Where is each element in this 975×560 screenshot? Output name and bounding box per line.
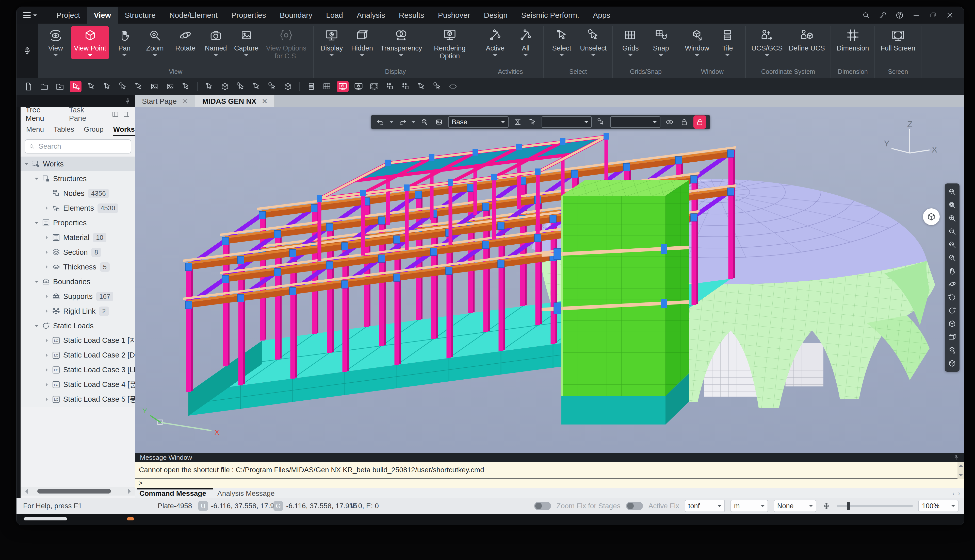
pick-select-button[interactable] [527,117,538,128]
query-element-button[interactable] [431,81,443,92]
close-tab-icon[interactable]: ✕ [182,97,188,105]
new-model-button[interactable] [23,81,34,92]
tree-item-section[interactable]: Section8 [20,245,135,260]
close-button[interactable] [943,8,957,22]
tree-item-nodes[interactable]: Nodes4356 [20,186,135,201]
tree-item-properties[interactable]: Properties [20,215,135,230]
select-plane-button[interactable] [180,81,192,92]
ribbon-capture-button[interactable]: Capture [231,26,262,59]
display-option-button[interactable] [337,81,349,92]
menu-view[interactable]: View [87,7,118,23]
unselect-cut-button[interactable] [235,81,247,92]
select-filter-dropdown[interactable] [542,116,592,128]
chevron-down-icon[interactable] [214,54,218,58]
redo-dropdown-icon[interactable] [412,121,415,125]
menu-results[interactable]: Results [392,7,431,23]
window-zoom-button[interactable] [306,81,317,92]
tree-expander-icon[interactable] [33,323,40,329]
scroll-right-icon[interactable] [128,489,133,494]
view-perspective-box-button[interactable] [946,358,958,369]
log-scrollbar[interactable] [957,462,964,479]
license-key-button[interactable] [876,8,890,22]
pin-icon[interactable] [124,98,131,105]
unselect-filter-dropdown[interactable] [610,116,660,128]
tree-expander-icon[interactable] [33,278,40,285]
tree-item-static-load-case-5[interactable]: LCStatic Load Case 5 [풍하중Y ; de [20,392,135,407]
rotate-left-button[interactable] [946,292,958,303]
ribbon-named-button[interactable]: Named [200,26,231,59]
stage-dropdown[interactable]: None [774,500,816,512]
display-all-button[interactable] [369,81,380,92]
chevron-down-icon[interactable] [628,54,633,58]
message-log[interactable]: Cannot open the shortcut file : C:/Progr… [135,462,964,478]
tree-expander-icon[interactable] [43,294,50,298]
panel-tab-task-pane[interactable]: Task Pane [69,107,102,123]
pin-icon[interactable] [953,454,960,461]
select-intersect-button[interactable] [133,81,144,92]
fast-query-button[interactable] [447,81,459,92]
select-prev-button[interactable] [250,81,262,92]
zoom-dynamic-button[interactable] [946,239,958,250]
search-input[interactable] [38,142,127,151]
tree-expander-icon[interactable] [43,206,50,210]
zoom-level-dropdown[interactable]: 100% [918,500,958,512]
chevron-down-icon[interactable] [360,54,364,58]
tree-expander-icon[interactable] [43,338,50,343]
open-recent-button[interactable] [54,81,66,92]
query-node-button[interactable] [416,81,427,92]
select-identity-button[interactable] [70,81,82,92]
view-link-button[interactable] [664,117,675,128]
menu-project[interactable]: Project [50,7,87,23]
named-view-button[interactable] [433,117,444,128]
tree-item-static-load-case-4[interactable]: LCStatic Load Case 4 [풍하중X(de [20,377,135,392]
redo-button[interactable] [397,117,408,128]
tree-expander-icon[interactable] [43,265,50,269]
subtab-group[interactable]: Group [84,125,104,136]
ribbon-dimension-button[interactable]: Dimension [833,26,872,53]
tab-analysis-message[interactable]: Analysis Message [217,490,275,498]
chevron-down-icon[interactable] [559,54,564,58]
chevron-down-icon[interactable] [88,54,92,58]
unlock-button[interactable] [679,117,690,128]
ribbon-select-button[interactable]: Select [546,26,577,59]
select-polygon-button[interactable] [219,81,231,92]
chevron-down-icon[interactable] [765,54,769,58]
menu-apps[interactable]: Apps [586,7,617,23]
ribbon-view-options-for-c-s-button[interactable]: View Options for C.S. [262,26,311,61]
tree-expander-icon[interactable] [43,250,50,254]
view-side-box-button[interactable] [946,344,958,356]
orbit-rotate-button[interactable] [946,278,958,290]
tree-expander-icon[interactable] [33,220,40,226]
undo-button[interactable] [375,117,386,128]
restore-button[interactable] [927,8,940,22]
unselect-window-button[interactable] [204,81,215,92]
ribbon-transparency-button[interactable]: Transparency [377,26,425,59]
menu-properties[interactable]: Properties [224,7,273,23]
pan-hand-button[interactable] [946,265,958,277]
select-window-button[interactable] [85,81,97,92]
tree-item-static-loads[interactable]: Static Loads [20,318,135,333]
active-fix-toggle[interactable] [626,502,643,510]
length-unit-dropdown[interactable]: m [731,500,768,512]
section-view-button[interactable] [512,117,523,128]
copy-view-button[interactable] [419,117,430,128]
help-button[interactable] [893,8,906,22]
tree-item-static-load-case-1[interactable]: LCStatic Load Case 1 [자중 ; 구조물 [20,333,135,348]
node-number-button[interactable] [384,81,396,92]
chevron-down-icon[interactable] [330,54,334,58]
tree-item-static-load-case-2[interactable]: LCStatic Load Case 2 [DL ; 고정하 [20,348,135,363]
tree-expander-icon[interactable] [23,161,30,167]
pick-unselect-button[interactable] [595,117,606,128]
tree-expander-icon[interactable] [43,309,50,313]
panel-tab-tree-menu[interactable]: Tree Menu [26,107,60,123]
tree-item-material[interactable]: Material10 [20,230,135,245]
tree-horizontal-scrollbar[interactable] [20,487,135,495]
menu-pushover[interactable]: Pushover [431,7,477,23]
ribbon-active-button[interactable]: Active [480,26,510,59]
scroll-down-icon[interactable] [959,474,963,478]
zoom-window-button[interactable] [946,199,958,211]
menu-load[interactable]: Load [319,7,350,23]
ribbon-snap-button[interactable]: Snap [646,26,676,59]
ribbon-rotate-button[interactable]: Rotate [170,26,200,53]
tree-item-boundaries[interactable]: Boundaries [20,274,135,289]
